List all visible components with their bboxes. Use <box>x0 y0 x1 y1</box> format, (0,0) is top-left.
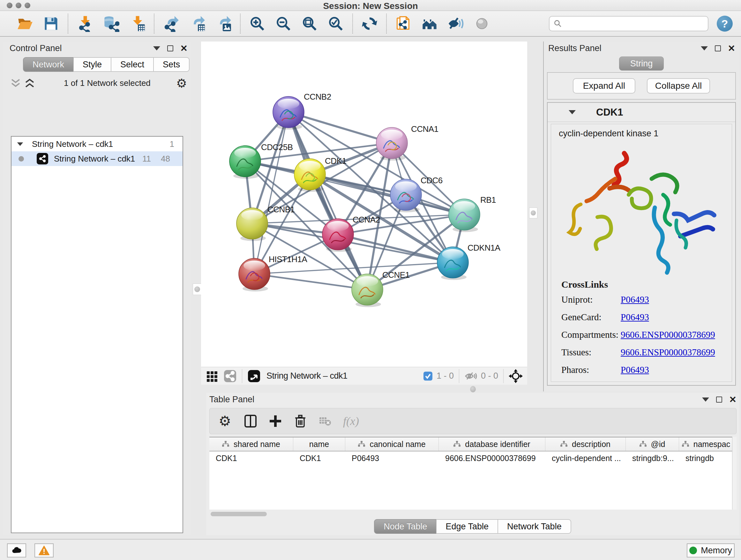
expand-all-icon[interactable] <box>24 78 35 88</box>
panel-menu-icon[interactable] <box>153 46 160 51</box>
tab-sets[interactable]: Sets <box>153 57 190 72</box>
warnings-button[interactable] <box>35 543 54 557</box>
zoom-out-icon[interactable] <box>275 15 292 32</box>
save-session-icon[interactable] <box>43 15 59 32</box>
table-cell[interactable]: 9606.ENSP00000378699 <box>439 451 545 465</box>
tab-select[interactable]: Select <box>111 57 153 72</box>
table-horizontal-scrollbar[interactable] <box>209 511 732 516</box>
import-table-icon[interactable] <box>129 15 145 32</box>
expand-all-button[interactable]: Expand All <box>573 78 635 94</box>
column-header-description[interactable]: description <box>545 437 626 451</box>
table-toolbar: ⚙ f(x) <box>209 408 737 434</box>
table-cell[interactable]: cyclin-dependent ... <box>545 451 626 465</box>
export-network-icon[interactable] <box>163 15 179 32</box>
float-panel-icon[interactable] <box>715 45 721 51</box>
bottom-splitter-handle[interactable] <box>470 386 476 392</box>
close-panel-icon[interactable]: ✕ <box>729 396 737 403</box>
collapse-all-icon[interactable] <box>10 78 21 88</box>
network-graph[interactable]: CCNB2 CCNA1 CDC25B CDK1 CDC6 RB1 CCNB1 C… <box>201 42 527 367</box>
search-box[interactable] <box>549 16 709 31</box>
gene-section-header[interactable]: CDK1 <box>548 103 735 122</box>
column-header-name[interactable]: name <box>293 437 345 451</box>
node-CCNA1[interactable]: CCNA1 <box>376 124 439 161</box>
selected-checkbox-icon[interactable] <box>423 371 433 381</box>
show-columns-icon[interactable] <box>244 414 258 428</box>
home-icon[interactable] <box>421 15 438 32</box>
crosslink-link[interactable]: P06493 <box>621 365 649 375</box>
tab-style[interactable]: Style <box>73 57 111 72</box>
open-in-new-window-icon[interactable] <box>247 369 261 383</box>
hide-panel-icon[interactable] <box>448 15 464 32</box>
share-document-icon[interactable] <box>395 15 412 32</box>
float-panel-icon[interactable] <box>167 45 173 51</box>
right-splitter-handle[interactable] <box>529 207 537 219</box>
tab-node-table[interactable]: Node Table <box>374 519 436 534</box>
edge-CCNB2-HIST1H1A[interactable] <box>254 112 288 274</box>
column-header-@id[interactable]: @id <box>626 437 679 451</box>
tab-string[interactable]: String <box>619 57 664 71</box>
network-row-selected[interactable]: String Network – cdk1 11 48 <box>11 151 183 166</box>
panel-menu-icon[interactable] <box>702 397 709 401</box>
memory-button[interactable]: Memory <box>687 543 735 557</box>
table-cell[interactable]: stringdb <box>679 451 733 465</box>
zoom-selected-icon[interactable] <box>327 15 344 32</box>
birdseye-view-icon[interactable] <box>509 369 523 383</box>
edge-CCNB2-CCNA1[interactable] <box>288 112 392 143</box>
table-cell[interactable]: CDK1 <box>209 451 293 465</box>
table-row[interactable]: CDK1CDK1P064939606.ENSP00000378699cyclin… <box>209 451 737 465</box>
tab-network-table[interactable]: Network Table <box>498 519 571 534</box>
hidden-eye-icon[interactable] <box>464 371 477 381</box>
network-canvas[interactable]: CCNB2 CCNA1 CDC25B CDK1 CDC6 RB1 CCNB1 C… <box>201 42 527 367</box>
refresh-icon[interactable] <box>361 15 378 32</box>
search-input[interactable] <box>562 17 704 30</box>
collection-expander-icon[interactable] <box>17 142 23 145</box>
network-collection-row[interactable]: String Network – cdk1 1 <box>11 137 183 151</box>
gene-expander-icon[interactable] <box>569 110 576 114</box>
panel-menu-icon[interactable] <box>701 46 708 51</box>
column-header-canonical-name[interactable]: canonical name <box>345 437 439 451</box>
node-RB1[interactable]: RB1 <box>449 195 496 232</box>
cloud-status-button[interactable] <box>7 543 26 557</box>
edge-CCNE1-HIST1H1A[interactable] <box>254 274 367 290</box>
table-cell[interactable]: P06493 <box>345 451 439 465</box>
crosslink-link[interactable]: 9606.ENSP00000378699 <box>621 347 715 358</box>
column-header-shared-name[interactable]: shared name <box>209 437 293 451</box>
float-panel-icon[interactable] <box>716 396 722 402</box>
left-splitter-handle[interactable] <box>193 284 202 295</box>
node-CDKN1A[interactable]: CDKN1A <box>437 243 501 280</box>
delete-table-icon[interactable] <box>318 414 332 428</box>
show-panel-icon[interactable] <box>474 15 490 32</box>
scrollbar-thumb[interactable] <box>211 512 267 516</box>
crosslink-link[interactable]: P06493 <box>621 294 649 305</box>
delete-column-icon[interactable] <box>293 414 307 428</box>
collapse-all-button[interactable]: Collapse All <box>647 78 710 94</box>
network-options-gear-icon[interactable]: ⚙ <box>176 78 187 88</box>
column-header-namespac[interactable]: namespac <box>679 437 733 451</box>
help-icon[interactable]: ? <box>717 16 733 32</box>
node-label-CCNE1: CCNE1 <box>382 270 410 280</box>
table-vertical-scrollbar[interactable] <box>732 437 737 509</box>
table-settings-gear-icon[interactable]: ⚙ <box>219 414 232 428</box>
open-file-icon[interactable] <box>17 15 33 32</box>
import-network-icon[interactable] <box>77 15 93 32</box>
grid-view-icon[interactable] <box>205 369 219 383</box>
share-view-icon[interactable] <box>223 369 237 383</box>
tab-edge-table[interactable]: Edge Table <box>436 519 498 534</box>
export-table-icon[interactable] <box>189 15 205 32</box>
close-panel-icon[interactable]: ✕ <box>728 45 735 52</box>
zoom-in-icon[interactable] <box>249 15 266 32</box>
crosslink-link[interactable]: P06493 <box>621 312 649 322</box>
node-CCNE1[interactable]: CCNE1 <box>352 270 410 307</box>
export-image-icon[interactable] <box>215 15 232 32</box>
column-header-database-identifier[interactable]: database identifier <box>439 437 545 451</box>
add-column-icon[interactable] <box>268 414 282 428</box>
zoom-fit-icon[interactable] <box>301 15 318 32</box>
close-panel-icon[interactable]: ✕ <box>180 45 188 52</box>
crosslink-link[interactable]: 9606.ENSP00000378699 <box>621 329 715 340</box>
node-label-CDKN1A: CDKN1A <box>468 243 501 253</box>
table-cell[interactable]: CDK1 <box>293 451 345 465</box>
table-cell[interactable]: stringdb:9... <box>626 451 679 465</box>
tab-network[interactable]: Network <box>23 57 73 72</box>
function-builder-icon[interactable]: f(x) <box>343 415 359 428</box>
import-database-icon[interactable] <box>103 15 119 32</box>
